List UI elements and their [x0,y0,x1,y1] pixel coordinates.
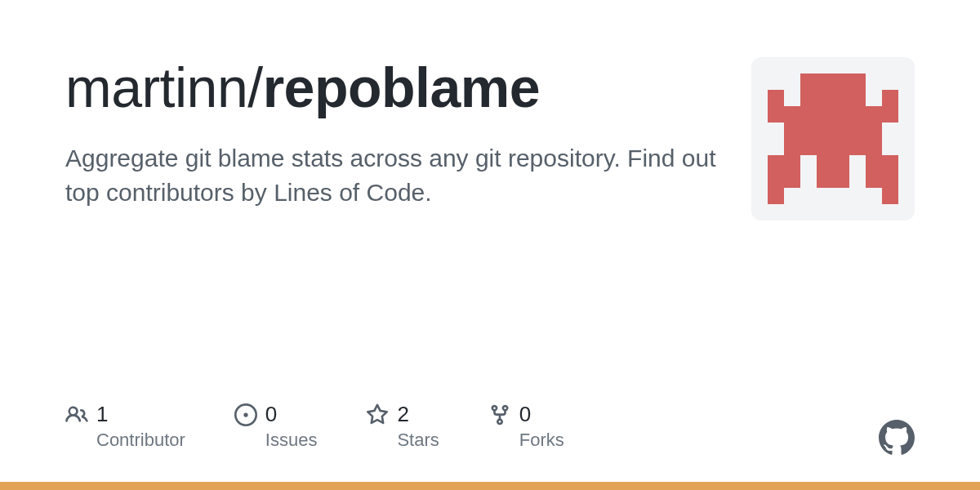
stat-contributors[interactable]: 1 Contributor [65,402,185,451]
stat-issues[interactable]: 0 Issues [234,402,318,451]
contributors-label: Contributor [96,430,185,451]
forks-label: Forks [519,430,564,451]
repo-owner[interactable]: martinn [65,56,247,118]
issue-icon [234,403,257,426]
identicon-icon [768,74,898,204]
forks-count: 0 [519,402,564,427]
contributors-count: 1 [96,402,185,427]
title-block: martinn/repoblame Aggregate git blame st… [65,57,735,210]
stats-row: 1 Contributor 0 Issues 2 Stars [65,402,564,451]
stat-stars[interactable]: 2 Stars [366,402,439,451]
issues-label: Issues [265,430,318,451]
issues-count: 0 [265,402,318,427]
repo-avatar[interactable] [751,57,915,220]
repo-title[interactable]: martinn/repoblame [65,57,735,118]
repo-slash: / [247,56,262,118]
stat-forks[interactable]: 0 Forks [488,402,564,451]
star-icon [366,403,389,426]
stars-count: 2 [397,402,439,427]
people-icon [65,403,88,426]
language-bar [0,482,980,490]
fork-icon [488,403,511,426]
github-logo-icon[interactable] [879,420,915,456]
stars-label: Stars [397,430,439,451]
repo-description: Aggregate git blame stats across any git… [65,141,719,210]
repo-name[interactable]: repoblame [263,56,540,118]
